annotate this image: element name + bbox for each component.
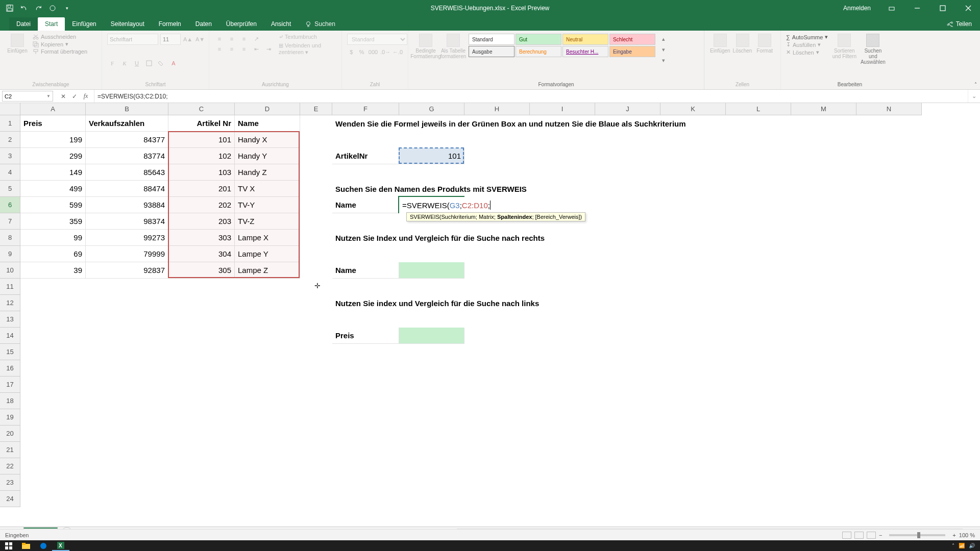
tab-data[interactable]: Daten	[188, 17, 219, 31]
orientation-icon[interactable]: ↗	[251, 34, 261, 44]
row-header-21[interactable]: 21	[0, 442, 20, 458]
style-berechnung[interactable]: Berechnung	[516, 46, 561, 57]
ribbon-options-icon[interactable]	[880, 0, 903, 16]
format-as-table-button[interactable]: Als Tabelle formatieren	[441, 34, 465, 59]
cell-A9[interactable]: 69	[20, 246, 86, 262]
col-header-F[interactable]: F	[332, 103, 399, 115]
qat-customize-icon[interactable]: ▾	[61, 3, 72, 14]
name-box[interactable]: C2▼	[2, 91, 53, 102]
increase-decimal-icon[interactable]: .0→	[380, 47, 390, 57]
cell-D2[interactable]: Handy X	[235, 132, 300, 148]
style-schlecht[interactable]: Schlecht	[609, 34, 655, 45]
maximize-icon[interactable]	[931, 0, 954, 16]
indent-decrease-icon[interactable]: ⇤	[251, 44, 261, 54]
row-header-18[interactable]: 18	[0, 393, 20, 409]
tray-network-icon[interactable]: 📶	[959, 543, 965, 548]
align-right-icon[interactable]: ≡	[239, 44, 249, 54]
zoom-level[interactable]: 100 %	[959, 532, 975, 538]
cell-C7[interactable]: 203	[168, 213, 235, 230]
zoom-out-icon[interactable]: −	[879, 532, 882, 538]
zoom-in-icon[interactable]: +	[952, 532, 955, 538]
touch-mode-icon[interactable]	[47, 3, 58, 14]
row-header-23[interactable]: 23	[0, 474, 20, 491]
cell-C9[interactable]: 304	[168, 246, 235, 262]
cell-D5[interactable]: TV X	[235, 181, 300, 197]
cell-C2[interactable]: 101	[168, 132, 235, 148]
tab-page-layout[interactable]: Seitenlayout	[104, 17, 152, 31]
expand-formula-bar-icon[interactable]: ⌄	[968, 90, 980, 103]
cell-C8[interactable]: 303	[168, 230, 235, 246]
view-normal-icon[interactable]	[842, 532, 851, 539]
cell-B8[interactable]: 99273	[86, 230, 168, 246]
row-header-7[interactable]: 7	[0, 213, 20, 230]
col-header-L[interactable]: L	[726, 103, 791, 115]
col-header-C[interactable]: C	[168, 103, 235, 115]
cell-D8[interactable]: Lampe X	[235, 230, 300, 246]
row-header-12[interactable]: 12	[0, 295, 20, 311]
number-format-select[interactable]: Standard	[347, 34, 407, 45]
start-button[interactable]	[0, 540, 17, 551]
editing-formula-cell[interactable]: =SVERWEIS(G3;C2:D10;	[399, 197, 511, 213]
cell-styles-gallery[interactable]: Standard Gut Neutral Schlecht Ausgabe Be…	[469, 34, 655, 57]
style-eingabe[interactable]: Eingabe	[609, 46, 655, 57]
edge-browser-icon[interactable]	[35, 540, 52, 551]
result-cell-G10[interactable]	[399, 262, 464, 279]
grow-font-icon[interactable]: A▲	[183, 34, 193, 44]
format-cells-button[interactable]: Format	[754, 34, 775, 54]
row-header-9[interactable]: 9	[0, 246, 20, 262]
cell-A2[interactable]: 199	[20, 132, 86, 148]
cell-D3[interactable]: Handy Y	[235, 148, 300, 164]
percent-icon[interactable]: %	[358, 47, 366, 57]
cell-C10[interactable]: 305	[168, 262, 235, 279]
row-header-16[interactable]: 16	[0, 360, 20, 377]
select-all-corner[interactable]	[0, 103, 20, 115]
cell-D7[interactable]: TV-Z	[235, 213, 300, 230]
file-explorer-icon[interactable]	[17, 540, 35, 551]
row-header-3[interactable]: 3	[0, 148, 20, 164]
col-header-E[interactable]: E	[300, 103, 332, 115]
cell-B4[interactable]: 85643	[86, 164, 168, 181]
autosum-button[interactable]: ∑ AutoSumme ▾	[786, 34, 828, 40]
align-top-icon[interactable]: ≡	[214, 34, 225, 44]
col-header-I[interactable]: I	[530, 103, 595, 115]
cell-D9[interactable]: Lampe Y	[235, 246, 300, 262]
cell-C3[interactable]: 102	[168, 148, 235, 164]
wrap-text-button[interactable]: ⤶ Textumbruch	[279, 34, 336, 40]
paste-button[interactable]: Einfügen	[5, 34, 30, 55]
minimize-icon[interactable]	[905, 0, 929, 16]
format-painter-button[interactable]: Format übertragen	[33, 48, 87, 55]
row-header-22[interactable]: 22	[0, 458, 20, 474]
cell-D6[interactable]: TV-Y	[235, 197, 300, 213]
align-middle-icon[interactable]: ≡	[227, 34, 237, 44]
spreadsheet-grid[interactable]: ABCDEFGHIJKLMN 1234567891011121314151617…	[0, 103, 980, 527]
row-header-24[interactable]: 24	[0, 491, 20, 507]
fill-button[interactable]: ↧ Ausfüllen ▾	[786, 41, 828, 48]
find-select-button[interactable]: Suchen und Auswählen	[861, 34, 885, 65]
conditional-formatting-button[interactable]: Bedingte Formatierung	[413, 34, 438, 59]
fill-color-button[interactable]	[156, 58, 166, 68]
view-page-layout-icon[interactable]	[854, 532, 864, 539]
shrink-font-icon[interactable]: A▼	[195, 34, 205, 44]
delete-cells-button[interactable]: Löschen	[732, 34, 753, 54]
row-header-1[interactable]: 1	[0, 115, 20, 132]
result-cell-G14[interactable]	[399, 328, 464, 344]
col-header-J[interactable]: J	[595, 103, 660, 115]
cancel-formula-icon[interactable]: ✕	[58, 91, 68, 102]
row-header-13[interactable]: 13	[0, 311, 20, 328]
insert-cells-button[interactable]: Einfügen	[709, 34, 731, 54]
cell-A10[interactable]: 39	[20, 262, 86, 279]
row-header-5[interactable]: 5	[0, 181, 20, 197]
col-header-M[interactable]: M	[791, 103, 856, 115]
italic-button[interactable]: K	[119, 58, 130, 68]
currency-icon[interactable]: $	[347, 47, 356, 57]
underline-button[interactable]: U	[132, 58, 142, 68]
cell-A3[interactable]: 299	[20, 148, 86, 164]
cell-B6[interactable]: 93884	[86, 197, 168, 213]
style-scroll-up-icon[interactable]: ▴	[658, 34, 669, 44]
tray-chevron-icon[interactable]: ˄	[952, 543, 954, 548]
style-neutral[interactable]: Neutral	[562, 34, 608, 45]
col-header-H[interactable]: H	[464, 103, 530, 115]
merge-center-button[interactable]: ⊞ Verbinden und zentrieren ▾	[279, 42, 336, 56]
cell-A6[interactable]: 599	[20, 197, 86, 213]
cell-C6[interactable]: 202	[168, 197, 235, 213]
